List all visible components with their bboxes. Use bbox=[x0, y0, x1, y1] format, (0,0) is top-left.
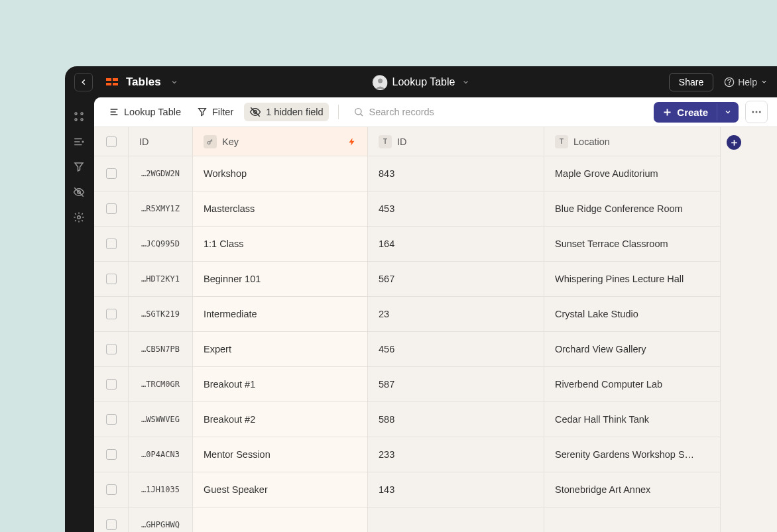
cell-id[interactable]: 588 bbox=[368, 402, 544, 437]
table-row[interactable]: …GHPGHWQ bbox=[94, 507, 777, 532]
help-button[interactable]: Help bbox=[724, 77, 768, 87]
cell-short-id[interactable]: …JCQ995D bbox=[129, 227, 193, 261]
row-checkbox[interactable] bbox=[106, 274, 117, 284]
table-row[interactable]: …2WGDW2NWorkshop843Maple Grove Auditoriu… bbox=[94, 156, 777, 191]
topbar: Tables Lookup Table Share Help bbox=[65, 66, 777, 97]
cell-location[interactable]: Crystal Lake Studio bbox=[544, 297, 721, 331]
row-checkbox[interactable] bbox=[106, 239, 117, 249]
cell-location[interactable]: Sunset Terrace Classroom bbox=[544, 227, 721, 261]
row-checkbox[interactable] bbox=[106, 414, 117, 425]
cell-location[interactable]: Riverbend Computer Lab bbox=[544, 367, 721, 401]
cell-id[interactable]: 23 bbox=[368, 297, 544, 331]
cell-location[interactable]: Whispering Pines Lecture Hall bbox=[544, 262, 721, 296]
filter-button[interactable]: Filter bbox=[192, 103, 239, 121]
cell-key[interactable]: Breakout #1 bbox=[193, 367, 368, 401]
bolt-icon bbox=[347, 137, 357, 146]
column-header-id[interactable]: ID bbox=[129, 127, 193, 156]
column-header-key[interactable]: Key bbox=[193, 127, 368, 156]
table-name: Lookup Table bbox=[392, 76, 455, 88]
create-button[interactable]: Create bbox=[654, 102, 739, 123]
row-checkbox[interactable] bbox=[106, 203, 117, 214]
cell-key[interactable]: Intermediate bbox=[193, 297, 368, 331]
search-wrap[interactable] bbox=[348, 107, 649, 117]
table-name-dropdown[interactable]: Lookup Table bbox=[373, 75, 470, 89]
table-row[interactable]: …R5XMY1ZMasterclass453Blue Ridge Confere… bbox=[94, 191, 777, 227]
cell-id[interactable]: 143 bbox=[368, 472, 544, 507]
hidden-fields-button[interactable]: 1 hidden field bbox=[244, 103, 328, 121]
cell-short-id[interactable]: …2WGDW2N bbox=[129, 156, 193, 191]
cell-key[interactable]: Masterclass bbox=[193, 191, 368, 226]
view-name[interactable]: Lookup Table bbox=[103, 103, 186, 121]
cell-id[interactable]: 587 bbox=[368, 367, 544, 401]
column-header-id2[interactable]: T ID bbox=[368, 127, 544, 156]
search-input[interactable] bbox=[369, 107, 502, 117]
row-checkbox[interactable] bbox=[106, 484, 117, 495]
grid-icon[interactable] bbox=[73, 111, 86, 124]
cell-key[interactable]: Guest Speaker bbox=[193, 472, 368, 507]
list-icon[interactable] bbox=[73, 136, 86, 149]
svg-point-5 bbox=[378, 78, 383, 83]
cell-short-id[interactable]: …TRCM0GR bbox=[129, 367, 193, 401]
sidebar-rail bbox=[65, 97, 94, 225]
table-row[interactable]: …SGTK219Intermediate23Crystal Lake Studi… bbox=[94, 297, 777, 332]
create-dropdown[interactable] bbox=[717, 103, 739, 121]
plus-icon bbox=[662, 107, 672, 117]
gear-icon[interactable] bbox=[73, 211, 86, 225]
cell-id[interactable]: 164 bbox=[368, 227, 544, 261]
table-row[interactable]: …0P4ACN3Mentor Session233Serenity Garden… bbox=[94, 437, 777, 472]
cell-location[interactable]: Cedar Hall Think Tank bbox=[544, 402, 721, 437]
cell-key[interactable]: 1:1 Class bbox=[193, 227, 368, 261]
table-row[interactable]: …HDT2KY1Beginner 101567Whispering Pines … bbox=[94, 262, 777, 297]
cell-short-id[interactable]: …CB5N7PB bbox=[129, 332, 193, 366]
cell-short-id[interactable]: …SGTK219 bbox=[129, 297, 193, 331]
chevron-down-icon bbox=[760, 78, 768, 85]
cell-location[interactable] bbox=[544, 507, 721, 532]
row-checkbox[interactable] bbox=[106, 379, 117, 390]
cell-short-id[interactable]: …GHPGHWQ bbox=[129, 507, 193, 532]
cell-location[interactable]: Serenity Gardens Workshop S… bbox=[544, 437, 721, 472]
cell-key[interactable]: Beginner 101 bbox=[193, 262, 368, 296]
more-button[interactable] bbox=[745, 101, 768, 123]
row-checkbox[interactable] bbox=[106, 309, 117, 319]
cell-id[interactable]: 453 bbox=[368, 191, 544, 226]
cell-id[interactable]: 456 bbox=[368, 332, 544, 366]
cell-location[interactable]: Blue Ridge Conference Room bbox=[544, 191, 721, 226]
table-row[interactable]: …WSWWVEGBreakout #2588Cedar Hall Think T… bbox=[94, 402, 777, 437]
svg-point-29 bbox=[752, 111, 754, 113]
row-checkbox[interactable] bbox=[106, 168, 117, 179]
select-all-checkbox[interactable] bbox=[106, 136, 117, 147]
svg-point-9 bbox=[81, 113, 83, 115]
cell-key[interactable]: Breakout #2 bbox=[193, 402, 368, 437]
cell-key[interactable]: Workshop bbox=[193, 156, 368, 191]
cell-id[interactable] bbox=[368, 507, 544, 532]
cell-short-id[interactable]: …1JH1035 bbox=[129, 472, 193, 507]
filter-icon[interactable] bbox=[73, 161, 86, 174]
cell-key[interactable]: Expert bbox=[193, 332, 368, 366]
eye-off-icon[interactable] bbox=[73, 186, 86, 199]
table-row[interactable]: …1JH1035Guest Speaker143Stonebridge Art … bbox=[94, 472, 777, 507]
table-row[interactable]: …JCQ995D1:1 Class164Sunset Terrace Class… bbox=[94, 227, 777, 262]
table-row[interactable]: …TRCM0GRBreakout #1587Riverbend Computer… bbox=[94, 367, 777, 402]
cell-location[interactable]: Maple Grove Auditorium bbox=[544, 156, 721, 191]
cell-location[interactable]: Stonebridge Art Annex bbox=[544, 472, 721, 507]
cell-id[interactable]: 567 bbox=[368, 262, 544, 296]
column-header-location[interactable]: T Location bbox=[544, 127, 721, 156]
chevron-down-icon[interactable] bbox=[170, 78, 178, 86]
share-button[interactable]: Share bbox=[669, 73, 713, 91]
row-checkbox[interactable] bbox=[106, 344, 117, 354]
cell-key[interactable] bbox=[193, 507, 368, 532]
table-row[interactable]: …CB5N7PBExpert456Orchard View Gallery bbox=[94, 332, 777, 367]
topbar-title[interactable]: Tables bbox=[126, 76, 161, 89]
cell-id[interactable]: 843 bbox=[368, 156, 544, 191]
cell-id[interactable]: 233 bbox=[368, 437, 544, 472]
cell-key[interactable]: Mentor Session bbox=[193, 437, 368, 472]
cell-short-id[interactable]: …R5XMY1Z bbox=[129, 191, 193, 226]
cell-short-id[interactable]: …WSWWVEG bbox=[129, 402, 193, 437]
cell-location[interactable]: Orchard View Gallery bbox=[544, 332, 721, 366]
row-checkbox[interactable] bbox=[106, 519, 117, 530]
add-column-button[interactable] bbox=[727, 135, 741, 150]
cell-short-id[interactable]: …HDT2KY1 bbox=[129, 262, 193, 296]
row-checkbox[interactable] bbox=[106, 449, 117, 460]
back-button[interactable] bbox=[74, 73, 93, 91]
cell-short-id[interactable]: …0P4ACN3 bbox=[129, 437, 193, 472]
